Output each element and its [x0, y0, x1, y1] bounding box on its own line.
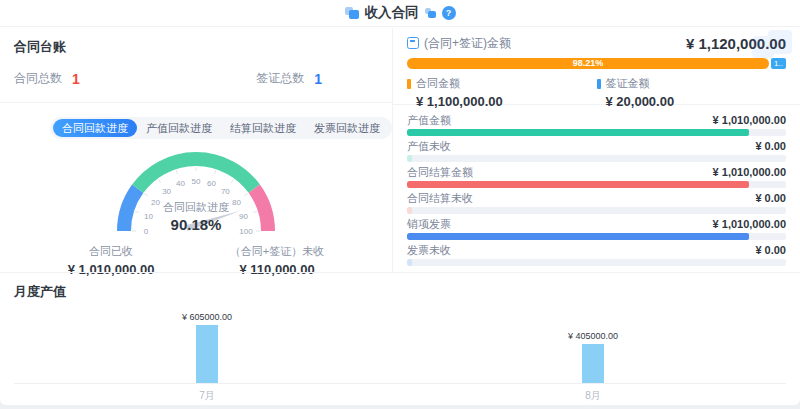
received-label: 合同已收 [68, 244, 155, 259]
copy-icon[interactable] [425, 8, 436, 18]
metric-value: ¥ 0.00 [755, 192, 786, 204]
svg-text:50: 50 [192, 177, 201, 186]
visa-legend-marker [597, 79, 601, 89]
metric-track [407, 181, 786, 188]
amount-head: (合同+签证)金额 ¥ 1,120,000.00 [407, 34, 786, 52]
tab-invoice-progress[interactable]: 发票回款进度 [305, 119, 389, 137]
contract-total-value: 1 [72, 71, 80, 87]
contracts-icon [345, 7, 359, 19]
monthly-title: 月度产值 [14, 283, 786, 301]
legend-visa: 签证金额 ¥ 20,000.00 [597, 76, 787, 109]
ledger-stats: 合同总数 1 签证总数 1 [14, 70, 378, 87]
metric-value: ¥ 1,010,000.00 [713, 114, 786, 126]
category-label: 8月 [585, 389, 601, 403]
metric-track [407, 155, 786, 162]
metric-fill [407, 233, 749, 240]
tab-output-progress[interactable]: 产值回款进度 [137, 119, 221, 137]
visa-total-stat: 签证总数 1 [256, 70, 322, 87]
amount-legend: 合同金额 ¥ 1,100,000.00 签证金额 ¥ 20,000.00 [407, 76, 786, 109]
x-axis-line [14, 383, 786, 384]
monthly-bar[interactable] [196, 325, 218, 383]
metric-label: 产值金额 [407, 113, 451, 128]
metric-track [407, 259, 786, 266]
contract-legend-label: 合同金额 [416, 76, 460, 91]
tab-contract-progress[interactable]: 合同回款进度 [53, 119, 137, 137]
metric-label: 合同结算未收 [407, 191, 473, 206]
metric-track [407, 207, 786, 214]
amount-progress-bar: 98.21% 1.. [407, 58, 786, 69]
metric-value: ¥ 0.00 [755, 244, 786, 256]
legend-contract: 合同金额 ¥ 1,100,000.00 [407, 76, 597, 109]
metric-row-output-unreceived: 产值未收¥ 0.00 [407, 139, 786, 162]
visa-legend-value: ¥ 20,000.00 [606, 94, 787, 109]
metric-fill [407, 155, 412, 162]
svg-text:30: 30 [162, 187, 171, 196]
header: 收入合同 ? [0, 0, 800, 27]
monthly-section: 月度产值 ¥ 605000.007月¥ 405000.008月 [0, 272, 800, 405]
left-panel: 合同台账 合同总数 1 签证总数 1 合同回款进度 产值回款进度 结算回款进度 … [0, 28, 393, 272]
progress-tabbar: 合同回款进度 产值回款进度 结算回款进度 发票回款进度 [50, 117, 392, 139]
amount-section: (合同+签证)金额 ¥ 1,120,000.00 98.21% 1.. 合同金额 [393, 28, 800, 105]
visa-legend-label: 签证金额 [606, 76, 650, 91]
metric-label: 发票未收 [407, 243, 451, 258]
svg-text:70: 70 [221, 187, 230, 196]
bar-value-label: ¥ 405000.00 [568, 331, 618, 341]
page-title: 收入合同 [365, 4, 419, 22]
metric-row-settlement-amount: 合同结算金额¥ 1,010,000.00 [407, 165, 786, 188]
main-panels: 合同台账 合同总数 1 签证总数 1 合同回款进度 产值回款进度 结算回款进度 … [0, 28, 800, 272]
metric-row-invoice-amount: 销项发票¥ 1,010,000.00 [407, 217, 786, 240]
contract-legend-value: ¥ 1,100,000.00 [416, 94, 597, 109]
metric-value: ¥ 1,010,000.00 [713, 166, 786, 178]
contract-amount-pct: 98.21% [407, 58, 769, 69]
svg-text:60: 60 [207, 179, 216, 188]
visa-total-value: 1 [314, 71, 322, 87]
sheet-icon [407, 37, 419, 49]
amount-title-group: (合同+签证)金额 [407, 35, 511, 52]
metric-fill [407, 207, 412, 214]
metric-track [407, 129, 786, 136]
ledger-title: 合同台账 [14, 38, 378, 56]
monthly-bar-chart: ¥ 605000.007月¥ 405000.008月 [14, 304, 786, 404]
metric-label: 产值未收 [407, 139, 451, 154]
ledger-section: 合同台账 合同总数 1 签证总数 1 [0, 28, 392, 103]
metric-track [407, 233, 786, 240]
monthly-bar[interactable] [582, 344, 604, 383]
help-icon[interactable]: ? [442, 6, 456, 20]
metric-row-invoice-unreceived: 发票未收¥ 0.00 [407, 243, 786, 266]
svg-text:40: 40 [176, 179, 185, 188]
contract-total-label: 合同总数 [14, 70, 62, 87]
contract-amount-segment: 98.21% [407, 58, 769, 69]
metric-value: ¥ 0.00 [755, 140, 786, 152]
metric-row-settlement-unreceived: 合同结算未收¥ 0.00 [407, 191, 786, 214]
unreceived-label: （合同+签证）未收 [230, 244, 324, 259]
metric-rows: 产值金额¥ 1,010,000.00 产值未收¥ 0.00 合同结算金额¥ 1,… [393, 105, 800, 266]
metric-label: 销项发票 [407, 217, 451, 232]
contract-total-stat: 合同总数 1 [14, 70, 80, 87]
right-panel: (合同+签证)金额 ¥ 1,120,000.00 98.21% 1.. 合同金额 [393, 28, 800, 272]
metric-value: ¥ 1,010,000.00 [713, 218, 786, 230]
metric-fill [407, 129, 749, 136]
bar-value-label: ¥ 605000.00 [182, 312, 232, 322]
visa-total-label: 签证总数 [256, 70, 304, 87]
dashboard-card: 收入合同 ? 合同台账 合同总数 1 签证总数 1 合同回款 [0, 0, 800, 405]
gauge-chart: 0102030405060708090100 合同回款进度 90.18% [106, 143, 286, 243]
category-label: 7月 [199, 389, 215, 403]
metric-row-output-amount: 产值金额¥ 1,010,000.00 [407, 113, 786, 136]
amount-title: (合同+签证)金额 [424, 35, 511, 52]
gauge-title: 合同回款进度 [106, 200, 286, 215]
contract-legend-marker [407, 79, 411, 89]
gauge-value: 90.18% [106, 216, 286, 233]
metric-label: 合同结算金额 [407, 165, 473, 180]
metric-fill [407, 181, 749, 188]
metric-fill [407, 259, 412, 266]
tab-settlement-progress[interactable]: 结算回款进度 [221, 119, 305, 137]
